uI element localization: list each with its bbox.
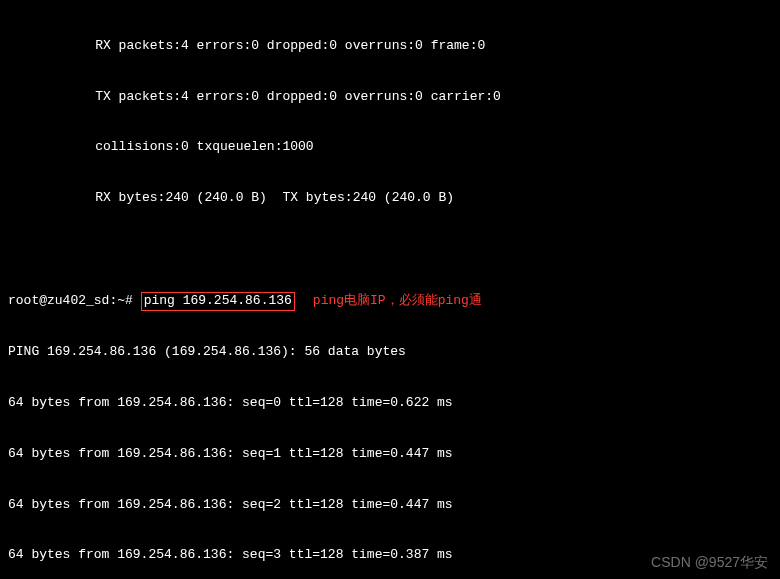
tx-packets-line: TX packets:4 errors:0 dropped:0 overruns… bbox=[8, 89, 772, 106]
ping-command-boxed: ping 169.254.86.136 bbox=[141, 292, 295, 311]
collisions-line: collisions:0 txqueuelen:1000 bbox=[8, 139, 772, 156]
terminal-output[interactable]: RX packets:4 errors:0 dropped:0 overruns… bbox=[8, 4, 772, 579]
ping-reply-1: 64 bytes from 169.254.86.136: seq=1 ttl=… bbox=[8, 446, 772, 463]
ping-reply-2: 64 bytes from 169.254.86.136: seq=2 ttl=… bbox=[8, 497, 772, 514]
ping-command-line: root@zu402_sd:~# ping 169.254.86.136ping… bbox=[8, 292, 772, 311]
ping-header: PING 169.254.86.136 (169.254.86.136): 56… bbox=[8, 344, 772, 361]
ping-annotation: ping电脑IP，必须能ping通 bbox=[313, 293, 482, 308]
shell-prompt: root@zu402_sd:~# bbox=[8, 293, 141, 308]
ping-reply-0: 64 bytes from 169.254.86.136: seq=0 ttl=… bbox=[8, 395, 772, 412]
blank-line bbox=[8, 241, 772, 258]
watermark: CSDN @9527华安 bbox=[651, 553, 768, 571]
bytes-line: RX bytes:240 (240.0 B) TX bytes:240 (240… bbox=[8, 190, 772, 207]
rx-packets-line: RX packets:4 errors:0 dropped:0 overruns… bbox=[8, 38, 772, 55]
